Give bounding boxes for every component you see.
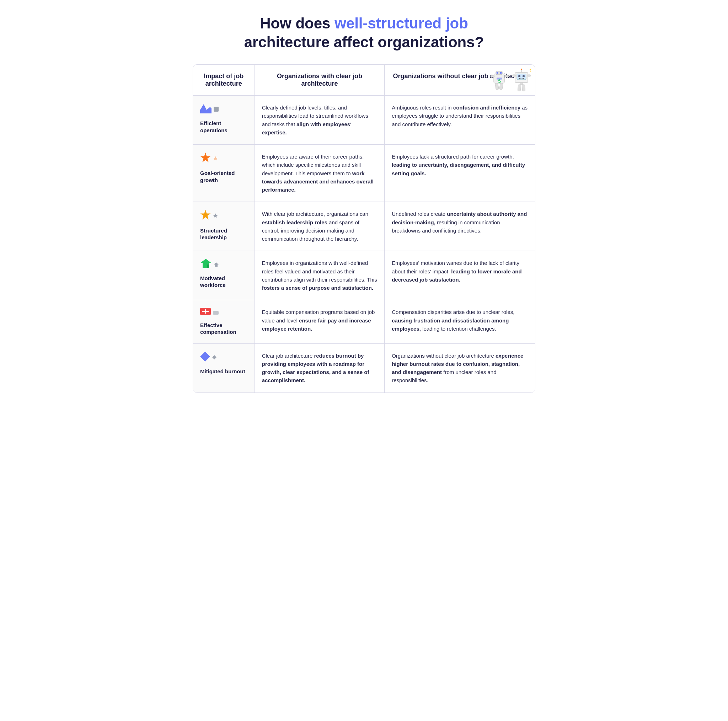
impact-cell-efficient-operations: Efficient operations <box>193 96 254 145</box>
comparison-table: Impact of job architecture Organizations… <box>193 65 535 392</box>
svg-text:⚡: ⚡ <box>529 67 531 72</box>
svg-point-15 <box>523 75 525 77</box>
icon-pair-efficient-operations <box>200 103 219 116</box>
impact-cell-effective-compensation: Effective compensation <box>193 300 254 343</box>
primary-icon-motivated-workforce <box>200 259 211 270</box>
svg-rect-17 <box>512 75 516 77</box>
svg-marker-26 <box>213 156 218 161</box>
svg-rect-24 <box>214 107 219 112</box>
main-title: How does well-structured job architectur… <box>193 14 535 52</box>
icon-pair-goal-oriented-growth <box>200 153 218 165</box>
robot-illustration: ⚡ <box>489 67 531 93</box>
with-cell-goal-oriented-growth: Employees are aware of their career path… <box>254 145 385 202</box>
primary-icon-goal-oriented-growth <box>200 153 211 165</box>
title-prefix: How does <box>260 15 335 32</box>
table-row-structured-leadership: Structured leadership With clear job arc… <box>193 202 535 251</box>
svg-marker-37 <box>212 355 217 360</box>
svg-marker-25 <box>200 153 211 162</box>
impact-cell-goal-oriented-growth: Goal-oriented growth <box>193 145 254 202</box>
robot2-icon: ⚡ <box>512 67 531 93</box>
table-header-row: Impact of job architecture Organizations… <box>193 65 535 96</box>
with-cell-mitigated-burnout: Clear job architecture reduces burnout b… <box>254 343 385 392</box>
icon-pair-effective-compensation <box>200 308 219 317</box>
impact-label-goal-oriented-growth: Goal-oriented growth <box>200 170 248 184</box>
with-cell-structured-leadership: With clear job architecture, organizatio… <box>254 202 385 251</box>
svg-rect-35 <box>213 311 219 315</box>
without-cell-goal-oriented-growth: Employees lack a structured path for car… <box>385 145 535 202</box>
primary-icon-mitigated-burnout <box>200 352 210 364</box>
svg-marker-29 <box>200 259 211 268</box>
svg-rect-8 <box>491 75 494 77</box>
without-cell-effective-compensation: Compensation disparities arise due to un… <box>385 300 535 343</box>
without-cell-mitigated-burnout: Organizations without clear job architec… <box>385 343 535 392</box>
title-section: How does well-structured job architectur… <box>193 14 535 52</box>
secondary-icon-motivated-workforce <box>214 260 219 269</box>
table-row-goal-oriented-growth: Goal-oriented growth Employees are aware… <box>193 145 535 202</box>
svg-marker-31 <box>214 262 219 266</box>
svg-marker-36 <box>200 352 210 361</box>
col-header-without: Organizations without clear job architec… <box>385 65 535 96</box>
icon-pair-mitigated-burnout <box>200 352 217 364</box>
impact-cell-structured-leadership: Structured leadership <box>193 202 254 251</box>
secondary-icon-mitigated-burnout <box>212 354 217 361</box>
title-suffix: architecture affect organizations? <box>244 34 484 51</box>
svg-rect-30 <box>207 265 209 268</box>
svg-rect-9 <box>505 75 509 77</box>
with-cell-efficient-operations: Clearly defined job levels, titles, and … <box>254 96 385 145</box>
primary-icon-structured-leadership <box>200 210 211 223</box>
svg-rect-11 <box>499 83 503 90</box>
impact-cell-motivated-workforce: Motivated workforce <box>193 251 254 300</box>
table-row-effective-compensation: Effective compensation Equitable compens… <box>193 300 535 343</box>
svg-rect-10 <box>495 83 499 90</box>
icon-pair-motivated-workforce <box>200 259 219 270</box>
svg-point-22 <box>521 69 522 70</box>
impact-cell-mitigated-burnout: Mitigated burnout <box>193 343 254 392</box>
svg-point-2 <box>497 72 499 74</box>
robot1-icon <box>489 67 510 93</box>
impact-label-structured-leadership: Structured leadership <box>200 227 248 241</box>
without-cell-motivated-workforce: Employees' motivation wanes due to the l… <box>385 251 535 300</box>
col-header-impact: Impact of job architecture <box>193 65 254 96</box>
with-cell-motivated-workforce: Employees in organizations with well-def… <box>254 251 385 300</box>
secondary-icon-structured-leadership <box>213 212 218 220</box>
impact-label-effective-compensation: Effective compensation <box>200 322 248 335</box>
impact-label-efficient-operations: Efficient operations <box>200 120 248 134</box>
page-container: How does well-structured job architectur… <box>193 14 535 393</box>
without-cell-efficient-operations: Ambiguous roles result in confusion and … <box>385 96 535 145</box>
secondary-icon-goal-oriented-growth <box>213 155 218 163</box>
col-header-with: Organizations with clear job architectur… <box>254 65 385 96</box>
svg-point-3 <box>500 72 502 74</box>
icon-pair-structured-leadership <box>200 210 218 223</box>
secondary-icon-efficient-operations <box>214 106 219 114</box>
table-row-motivated-workforce: Motivated workforce Employees in organiz… <box>193 251 535 300</box>
svg-rect-19 <box>518 85 521 91</box>
impact-label-mitigated-burnout: Mitigated burnout <box>200 368 245 375</box>
svg-marker-28 <box>213 213 218 218</box>
svg-rect-16 <box>520 83 523 85</box>
svg-point-14 <box>518 75 520 77</box>
without-cell-structured-leadership: Undefined roles create uncertainty about… <box>385 202 535 251</box>
title-highlight: well-structured job <box>335 15 468 32</box>
table-row-efficient-operations: Efficient operations Clearly defined job… <box>193 96 535 145</box>
primary-icon-effective-compensation <box>200 308 211 317</box>
comparison-table-wrapper: Impact of job architecture Organizations… <box>193 64 535 393</box>
svg-rect-20 <box>522 85 525 91</box>
table-row-mitigated-burnout: Mitigated burnout Clear job architecture… <box>193 343 535 392</box>
svg-marker-27 <box>200 210 211 220</box>
svg-rect-18 <box>527 75 531 77</box>
with-cell-effective-compensation: Equitable compensation programs based on… <box>254 300 385 343</box>
impact-label-motivated-workforce: Motivated workforce <box>200 275 248 289</box>
svg-rect-6 <box>497 78 502 79</box>
primary-icon-efficient-operations <box>200 103 211 116</box>
secondary-icon-effective-compensation <box>213 309 219 317</box>
